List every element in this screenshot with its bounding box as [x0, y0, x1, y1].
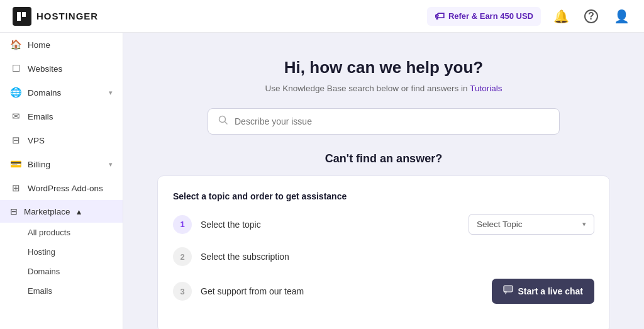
sidebar-item-emails[interactable]: ✉ Emails	[0, 104, 123, 128]
live-chat-label: Start a live chat	[518, 286, 584, 296]
notifications-button[interactable]: 🔔	[551, 6, 571, 26]
sidebar-item-label: VPS	[28, 136, 113, 145]
svg-line-3	[225, 122, 228, 125]
wordpress-icon: ⊞	[10, 182, 21, 194]
assistance-card: Select a topic and order to get assistan…	[157, 176, 610, 329]
step-label-3: Get support from our team	[201, 286, 483, 296]
sub-item-label: Hosting	[28, 247, 55, 257]
sidebar-item-label: Home	[28, 40, 113, 50]
chat-icon	[503, 285, 513, 298]
subtitle-text: Use Knowledge Base search below or find …	[265, 84, 470, 93]
help-subtitle: Use Knowledge Base search below or find …	[265, 84, 502, 93]
step-circle-3: 3	[173, 282, 192, 301]
bell-icon: 🔔	[553, 9, 569, 24]
chevron-up-icon: ▴	[77, 206, 81, 216]
step-label-2: Select the subscription	[201, 252, 594, 262]
logo: HOSTINGER	[13, 7, 98, 26]
svg-rect-4	[504, 286, 513, 292]
vps-icon: ⊟	[10, 135, 21, 146]
select-topic-dropdown[interactable]: Select Topic ▾	[469, 214, 594, 235]
topnav-right: 🏷 Refer & Earn 450 USD 🔔 ? 👤	[427, 6, 631, 26]
sidebar-item-label: Emails	[28, 112, 113, 121]
step-row-2: 2 Select the subscription	[173, 247, 594, 266]
sidebar-item-marketplace[interactable]: ⊟ Marketplace ▴	[0, 200, 123, 223]
sidebar-item-home[interactable]: 🏠 Home	[0, 33, 123, 57]
sidebar-item-billing[interactable]: 💳 Billing ▾	[0, 152, 123, 176]
marketplace-submenu: All products Hosting Domains Emails	[0, 223, 123, 301]
chevron-down-icon: ▾	[109, 160, 113, 169]
sidebar-item-vps[interactable]: ⊟ VPS	[0, 128, 123, 152]
logo-icon	[13, 7, 31, 26]
search-icon	[218, 115, 228, 128]
chevron-down-icon: ▾	[582, 220, 586, 228]
logo-text: HOSTINGER	[36, 11, 98, 21]
search-box	[208, 108, 560, 135]
sidebar-subitem-all-products[interactable]: All products	[0, 223, 123, 242]
main-content: Hi, how can we help you? Use Knowledge B…	[123, 33, 644, 329]
sidebar-item-label: Marketplace	[24, 207, 70, 216]
topnav: HOSTINGER 🏷 Refer & Earn 450 USD 🔔 ? 👤	[0, 0, 644, 33]
step-number-1: 1	[180, 220, 184, 229]
sidebar-item-label: Billing	[28, 160, 103, 169]
sidebar-subitem-domains[interactable]: Domains	[0, 262, 123, 281]
step-circle-2: 2	[173, 247, 192, 266]
user-profile-button[interactable]: 👤	[611, 6, 631, 26]
sub-item-label: Emails	[28, 286, 52, 296]
sidebar-subitem-hosting[interactable]: Hosting	[0, 242, 123, 262]
websites-icon: ☐	[10, 63, 21, 74]
home-icon: 🏠	[10, 39, 21, 50]
live-chat-button[interactable]: Start a live chat	[492, 279, 595, 304]
step-row-3: 3 Get support from our team Start a live…	[173, 279, 594, 304]
step-number-3: 3	[180, 287, 184, 296]
sidebar-item-label: Domains	[28, 88, 103, 98]
refer-earn-button[interactable]: 🏷 Refer & Earn 450 USD	[427, 7, 541, 26]
sidebar-item-wordpress[interactable]: ⊞ WordPress Add-ons	[0, 176, 123, 200]
user-icon: 👤	[614, 9, 630, 24]
step-row-1: 1 Select the topic Select Topic ▾	[173, 214, 594, 235]
domains-icon: 🌐	[10, 87, 21, 98]
step-label-1: Select the topic	[201, 220, 460, 230]
sidebar-item-websites[interactable]: ☐ Websites	[0, 57, 123, 81]
card-heading: Select a topic and order to get assistan…	[173, 191, 594, 201]
sidebar-subitem-emails[interactable]: Emails	[0, 281, 123, 301]
svg-rect-0	[17, 12, 21, 21]
search-input[interactable]	[235, 116, 549, 126]
page-title: Hi, how can we help you?	[284, 58, 483, 77]
sub-item-label: Domains	[28, 267, 60, 276]
help-icon: ?	[584, 9, 598, 23]
select-topic-placeholder: Select Topic	[477, 220, 523, 229]
billing-icon: 💳	[10, 159, 21, 170]
sidebar-item-label: WordPress Add-ons	[28, 184, 113, 193]
cant-find-heading: Can't find an answer?	[325, 152, 442, 165]
step-circle-1: 1	[173, 215, 192, 234]
sidebar: 🏠 Home ☐ Websites 🌐 Domains ▾ ✉ Emails ⊟…	[0, 33, 123, 329]
sidebar-item-label: Websites	[28, 64, 113, 74]
marketplace-icon: ⊟	[10, 206, 18, 216]
layout: 🏠 Home ☐ Websites 🌐 Domains ▾ ✉ Emails ⊟…	[0, 33, 644, 329]
step-number-2: 2	[180, 252, 184, 262]
tutorials-link[interactable]: Tutorials	[470, 84, 502, 93]
svg-rect-1	[22, 12, 26, 17]
sub-item-label: All products	[28, 228, 70, 237]
refer-earn-label: Refer & Earn 450 USD	[448, 11, 533, 21]
sidebar-item-domains[interactable]: 🌐 Domains ▾	[0, 81, 123, 104]
chevron-down-icon: ▾	[109, 89, 113, 97]
refer-icon: 🏷	[435, 11, 445, 22]
emails-icon: ✉	[10, 111, 21, 122]
help-button[interactable]: ?	[581, 6, 601, 26]
